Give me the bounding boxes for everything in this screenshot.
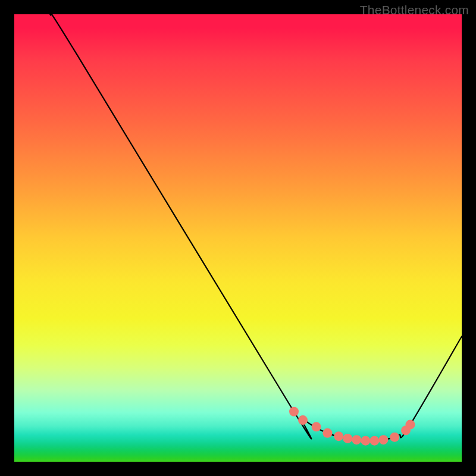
marker-dot	[369, 436, 379, 446]
marker-dot	[352, 435, 361, 444]
chart-frame	[14, 14, 462, 462]
marker-dot	[390, 433, 399, 442]
marker-dot	[312, 422, 321, 431]
curve-line	[49, 14, 462, 441]
marker-dot	[378, 435, 388, 444]
marker-dot	[298, 415, 308, 425]
marker-dot	[334, 431, 343, 441]
chart-svg	[14, 14, 462, 462]
marker-dot	[289, 407, 299, 416]
marker-dot	[322, 428, 332, 438]
watermark-text: TheBottleneck.com	[360, 3, 469, 17]
marker-dot	[343, 434, 352, 443]
marker-dot	[406, 420, 415, 430]
marker-dot	[361, 436, 370, 446]
marker-points	[289, 407, 415, 446]
